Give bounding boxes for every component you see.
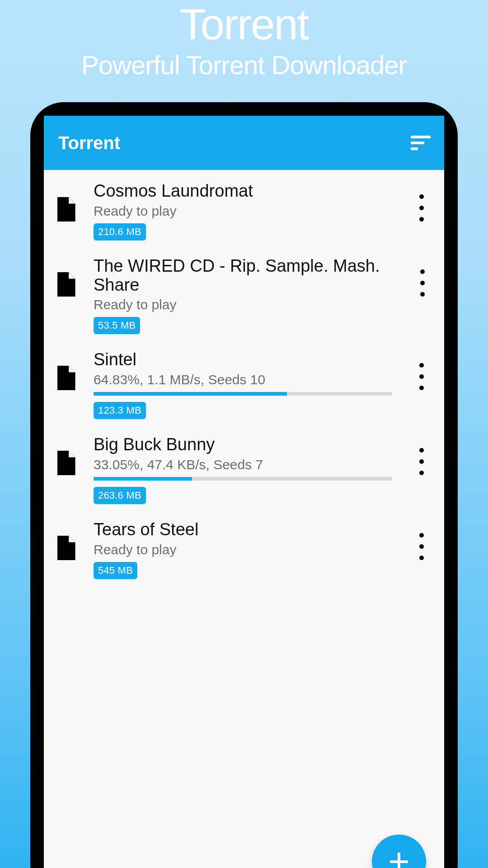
- more-icon[interactable]: [411, 363, 432, 390]
- item-title: The WIRED CD - Rip. Sample. Mash. Share: [94, 257, 404, 295]
- list-item[interactable]: Cosmos LaundromatReady to play210.6 MB: [44, 174, 444, 249]
- item-status: 64.83%, 1.1 MB/s, Seeds 10: [94, 372, 403, 387]
- app-bar: Torrent: [44, 116, 444, 170]
- item-content: Cosmos LaundromatReady to play210.6 MB: [94, 182, 403, 241]
- hero-title: Torrent: [0, 3, 488, 46]
- item-title: Tears of Steel: [94, 520, 403, 539]
- hero: Torrent Powerful Torrent Downloader: [0, 3, 488, 80]
- list-item[interactable]: Sintel64.83%, 1.1 MB/s, Seeds 10123.3 MB: [44, 342, 444, 427]
- size-badge: 545 MB: [94, 562, 137, 579]
- svg-rect-1: [390, 860, 408, 863]
- size-badge: 263.6 MB: [94, 487, 146, 504]
- item-content: Tears of SteelReady to play545 MB: [94, 520, 403, 579]
- list-item[interactable]: Big Buck Bunny33.05%, 47.4 KB/s, Seeds 7…: [44, 427, 444, 512]
- progress-fill: [94, 477, 192, 481]
- more-icon[interactable]: [411, 448, 432, 475]
- file-icon: [56, 197, 75, 222]
- size-badge: 123.3 MB: [94, 402, 146, 419]
- progress-bar: [94, 392, 392, 396]
- progress-fill: [94, 392, 287, 396]
- more-icon[interactable]: [413, 269, 432, 297]
- item-status: 33.05%, 47.4 KB/s, Seeds 7: [94, 457, 403, 472]
- add-button[interactable]: [372, 835, 426, 868]
- app-title: Torrent: [58, 133, 120, 153]
- item-title: Cosmos Laundromat: [94, 182, 403, 201]
- item-status: Ready to play: [94, 297, 404, 312]
- list-item[interactable]: The WIRED CD - Rip. Sample. Mash. ShareR…: [44, 249, 444, 343]
- file-icon: [56, 451, 75, 475]
- plus-icon: [387, 850, 411, 868]
- list-item[interactable]: Tears of SteelReady to play545 MB: [44, 512, 444, 587]
- app-screen: Torrent Cosmos LaundromatReady to play21…: [44, 116, 444, 868]
- item-content: Big Buck Bunny33.05%, 47.4 KB/s, Seeds 7…: [94, 435, 403, 504]
- device-frame: Torrent Cosmos LaundromatReady to play21…: [30, 102, 458, 868]
- file-icon: [56, 272, 75, 297]
- more-icon[interactable]: [411, 194, 432, 222]
- item-status: Ready to play: [94, 542, 403, 557]
- item-title: Big Buck Bunny: [94, 435, 403, 454]
- item-content: Sintel64.83%, 1.1 MB/s, Seeds 10123.3 MB: [94, 350, 403, 419]
- torrent-list: Cosmos LaundromatReady to play210.6 MBTh…: [44, 170, 444, 591]
- item-title: Sintel: [94, 350, 403, 369]
- item-content: The WIRED CD - Rip. Sample. Mash. ShareR…: [94, 257, 404, 335]
- size-badge: 210.6 MB: [94, 223, 146, 241]
- item-status: Ready to play: [94, 203, 403, 219]
- hero-subtitle: Powerful Torrent Downloader: [0, 50, 488, 80]
- progress-bar: [94, 477, 392, 481]
- file-icon: [56, 536, 75, 560]
- sort-icon[interactable]: [411, 136, 431, 150]
- size-badge: 53.5 MB: [94, 317, 140, 334]
- file-icon: [56, 366, 75, 390]
- more-icon[interactable]: [411, 533, 432, 560]
